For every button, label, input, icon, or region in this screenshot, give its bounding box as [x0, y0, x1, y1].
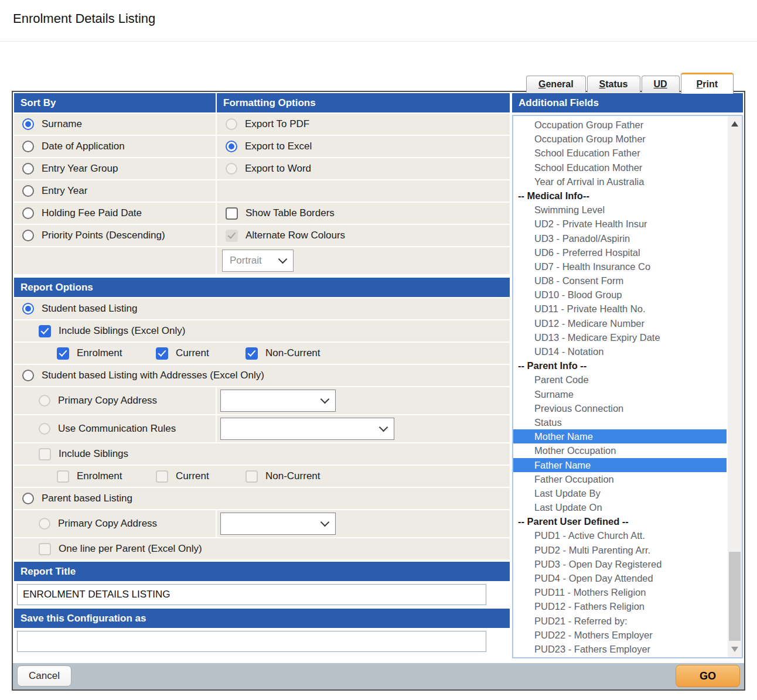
list-item[interactable]: PUD2 - Multi Parenting Arr. — [513, 543, 727, 557]
tab-general-label: eneral — [545, 79, 573, 89]
student-with-addresses-label: Student based Listing with Addresses (Ex… — [42, 370, 264, 381]
use-communication-rules-radio — [39, 423, 50, 435]
student-with-addresses-radio[interactable] — [22, 370, 34, 381]
report-config-panel: Sort By Surname Date of Application Entr… — [12, 91, 745, 691]
chevron-down-icon — [278, 255, 288, 264]
report-option-row: Student based Listing with Addresses (Ex… — [14, 365, 510, 386]
enrolment-checkbox[interactable] — [57, 347, 69, 360]
list-item[interactable]: UD2 - Private Health Insur — [513, 217, 727, 231]
current-checkbox[interactable] — [156, 347, 168, 360]
student-based-listing-radio[interactable] — [22, 303, 34, 315]
scroll-down-arrow-icon[interactable] — [731, 647, 738, 652]
sort-surname-radio[interactable] — [22, 118, 34, 130]
sort-option-row: Holding Fee Paid Date — [14, 203, 216, 224]
list-item[interactable]: UD10 - Blood Group — [513, 288, 727, 302]
title-divider — [0, 41, 757, 42]
list-item[interactable]: Father Occupation — [513, 472, 727, 486]
list-item[interactable]: Year of Arrival in Australia — [513, 175, 727, 189]
include-siblings-checkbox — [39, 448, 51, 460]
list-item[interactable]: UD7 - Health Insurance Co — [513, 259, 727, 274]
tab-status-accesskey: S — [599, 79, 606, 89]
parent-primary-copy-address-select[interactable] — [220, 513, 336, 535]
sort-date-of-application-label: Date of Application — [42, 141, 125, 152]
list-item[interactable]: UD13 - Medicare Expiry Date — [513, 330, 727, 344]
sort-holding-fee-label: Holding Fee Paid Date — [42, 207, 142, 219]
sort-priority-points-radio[interactable] — [22, 230, 34, 241]
show-table-borders-checkbox[interactable] — [226, 207, 238, 220]
orientation-select-value: Portrait — [230, 255, 262, 267]
list-item[interactable]: Last Update By — [513, 486, 727, 500]
sort-date-of-application-radio[interactable] — [22, 141, 34, 152]
list-item[interactable]: UD14 - Notation — [513, 344, 727, 358]
parent-primary-copy-address-label: Primary Copy Address — [58, 518, 157, 530]
list-item[interactable]: PUD21 - Referred by: — [513, 614, 727, 628]
report-option-row: Student based Listing — [14, 298, 510, 319]
list-item[interactable]: Father Name — [513, 458, 727, 472]
export-excel-radio[interactable] — [226, 141, 237, 152]
list-item[interactable]: PUD4 - Open Day Attended — [513, 571, 727, 585]
go-button[interactable]: GO — [676, 665, 740, 687]
list-item[interactable]: PUD11 - Mothers Religion — [513, 585, 727, 599]
list-item[interactable]: Status — [513, 415, 727, 429]
sort-option-row: Priority Points (Descending) — [14, 225, 216, 246]
list-item[interactable]: UD6 - Preferred Hospital — [513, 245, 727, 259]
list-item[interactable]: Parent Code — [513, 373, 727, 387]
list-item[interactable]: Mother Name — [513, 429, 727, 443]
parent-based-listing-radio[interactable] — [22, 493, 34, 504]
alternate-row-colours-label: Alternate Row Colours — [245, 230, 345, 241]
tab-status[interactable]: Status — [587, 76, 640, 93]
cancel-button[interactable]: Cancel — [17, 665, 71, 687]
export-word-label: Export to Word — [245, 163, 311, 175]
current-disabled-checkbox — [156, 470, 168, 483]
formatting-option-row: Export to Word — [217, 158, 510, 179]
report-option-row: Parent based Listing — [14, 488, 510, 509]
current-label: Current — [176, 347, 209, 359]
communication-rules-select[interactable] — [220, 418, 394, 440]
list-item[interactable]: PUD1 - Active Church Att. — [513, 528, 727, 542]
include-siblings-excel-checkbox[interactable] — [39, 325, 51, 337]
additional-fields-listbox: Occupation Group FatherOccupation Group … — [512, 115, 743, 658]
sort-entry-year-group-radio[interactable] — [22, 163, 34, 175]
list-item[interactable]: PUD22 - Mothers Employer — [513, 628, 727, 642]
scrollbar-thumb[interactable] — [729, 552, 741, 641]
list-item[interactable]: UD3 - Panadol/Aspirin — [513, 231, 727, 245]
export-excel-label: Export to Excel — [245, 141, 312, 152]
export-pdf-radio — [226, 118, 237, 130]
list-item[interactable]: Occupation Group Mother — [513, 132, 727, 146]
report-option-row: Include Siblings (Excel Only) — [14, 320, 510, 342]
list-item[interactable]: UD11 - Private Health No. — [513, 302, 727, 316]
formatting-option-row: Export to Excel — [217, 136, 510, 157]
tab-general[interactable]: General — [526, 76, 586, 93]
list-item[interactable]: Surname — [513, 387, 727, 401]
list-item[interactable]: PUD3 - Open Day Registered — [513, 557, 727, 571]
list-item[interactable]: Last Update On — [513, 500, 727, 514]
report-title-input[interactable] — [17, 584, 486, 605]
sort-holding-fee-radio[interactable] — [22, 207, 34, 219]
checkmark-icon — [41, 326, 49, 334]
tab-print[interactable]: Print — [681, 73, 734, 94]
list-item[interactable]: PUD23 - Fathers Employer — [513, 642, 727, 656]
primary-copy-address-select[interactable] — [220, 390, 336, 412]
list-item[interactable]: School Education Father — [513, 146, 727, 160]
tab-general-accesskey: G — [538, 79, 545, 89]
list-item[interactable]: School Education Mother — [513, 161, 727, 175]
report-title-header: Report Title — [14, 562, 510, 581]
list-item[interactable]: Previous Connection — [513, 401, 727, 415]
list-item[interactable]: Mother Occupation — [513, 443, 727, 457]
scroll-up-arrow-icon[interactable] — [731, 121, 738, 127]
tab-ud[interactable]: UD — [642, 76, 680, 93]
export-pdf-label: Export To PDF — [245, 118, 309, 130]
primary-copy-address-label: Primary Copy Address — [58, 395, 157, 407]
list-item[interactable]: Swimming Level — [513, 203, 727, 217]
list-item[interactable]: UD8 - Consent Form — [513, 274, 727, 288]
sort-option-row: Surname — [14, 114, 216, 135]
sort-entry-year-radio[interactable] — [22, 185, 34, 197]
list-item[interactable]: UD12 - Medicare Number — [513, 316, 727, 330]
listbox-scrollbar[interactable] — [728, 116, 742, 657]
list-item[interactable]: Occupation Group Father — [513, 118, 727, 132]
non-current-checkbox[interactable] — [245, 347, 258, 360]
save-config-input[interactable] — [17, 631, 486, 652]
list-item[interactable]: PUD12 - Fathers Religion — [513, 599, 727, 613]
additional-fields-header: Additional Fields — [512, 93, 743, 112]
sort-priority-points-label: Priority Points (Descending) — [42, 230, 165, 241]
